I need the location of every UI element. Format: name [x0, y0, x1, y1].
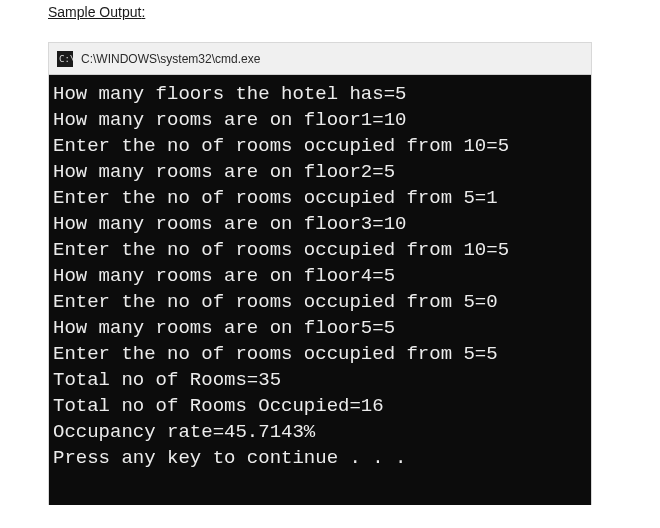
terminal-line: Enter the no of rooms occupied from 5=0: [53, 289, 587, 315]
terminal-output[interactable]: How many floors the hotel has=5How many …: [49, 75, 591, 505]
terminal-line: Enter the no of rooms occupied from 5=5: [53, 341, 587, 367]
window-title: C:\WINDOWS\system32\cmd.exe: [81, 52, 260, 66]
terminal-line: How many rooms are on floor3=10: [53, 211, 587, 237]
terminal-line: How many rooms are on floor1=10: [53, 107, 587, 133]
terminal-line: Total no of Rooms=35: [53, 367, 587, 393]
svg-text:C:\: C:\: [59, 54, 73, 64]
window-titlebar: C:\ C:\WINDOWS\system32\cmd.exe: [49, 43, 591, 75]
sample-output-label: Sample Output:: [0, 0, 660, 20]
terminal-line: Press any key to continue . . .: [53, 445, 587, 471]
terminal-line: Enter the no of rooms occupied from 10=5: [53, 133, 587, 159]
terminal-line: How many rooms are on floor4=5: [53, 263, 587, 289]
sample-output-label-colon: :: [141, 4, 145, 20]
terminal-line: How many rooms are on floor5=5: [53, 315, 587, 341]
sample-output-label-text: Sample Output: [48, 4, 141, 20]
terminal-line: How many rooms are on floor2=5: [53, 159, 587, 185]
terminal-line: Total no of Rooms Occupied=16: [53, 393, 587, 419]
cmd-icon: C:\: [57, 51, 73, 67]
terminal-line: Enter the no of rooms occupied from 10=5: [53, 237, 587, 263]
cmd-window: C:\ C:\WINDOWS\system32\cmd.exe How many…: [48, 42, 592, 505]
terminal-line: Occupancy rate=45.7143%: [53, 419, 587, 445]
terminal-line: How many floors the hotel has=5: [53, 81, 587, 107]
terminal-line: Enter the no of rooms occupied from 5=1: [53, 185, 587, 211]
